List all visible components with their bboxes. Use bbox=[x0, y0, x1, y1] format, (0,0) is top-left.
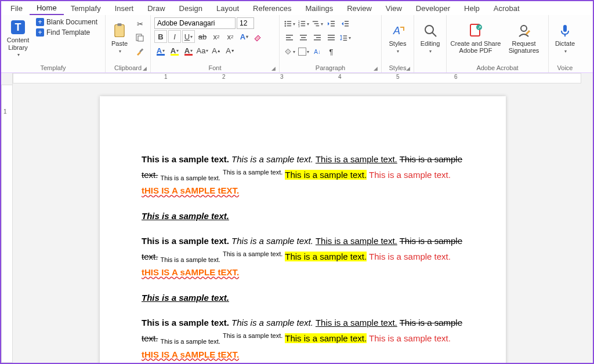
tab-view[interactable]: View bbox=[379, 2, 409, 14]
highlight-button[interactable]: A▾ bbox=[168, 44, 181, 57]
svg-rect-36 bbox=[301, 37, 306, 38]
tab-templafy[interactable]: Templafy bbox=[64, 2, 108, 14]
multilevel-list-button[interactable]: ▾ bbox=[311, 17, 324, 30]
tab-help[interactable]: Help bbox=[457, 2, 487, 14]
svg-rect-35 bbox=[300, 35, 307, 36]
tab-mailings[interactable]: Mailings bbox=[299, 2, 341, 14]
plus-icon: + bbox=[36, 28, 44, 37]
change-case-button[interactable]: Aa▾ bbox=[196, 44, 209, 57]
increase-indent-button[interactable] bbox=[339, 17, 352, 30]
grow-font-button[interactable]: A▲ bbox=[210, 44, 223, 57]
text-highlight: This is a sample text. bbox=[285, 170, 367, 180]
vertical-ruler[interactable]: 1 bbox=[1, 85, 13, 363]
bold-button[interactable]: B bbox=[154, 30, 167, 43]
strikethrough-button[interactable]: ab bbox=[196, 30, 209, 43]
text-red: This is a sample text. bbox=[369, 252, 451, 261]
text-underline: This is a sample text. bbox=[316, 154, 397, 164]
borders-button[interactable]: ▾ bbox=[297, 45, 310, 58]
clear-formatting-button[interactable] bbox=[252, 30, 265, 43]
find-template-button[interactable]: + Find Template bbox=[34, 28, 100, 37]
dialog-launcher-icon[interactable]: ◢ bbox=[406, 65, 410, 71]
svg-rect-37 bbox=[300, 39, 307, 41]
svg-point-11 bbox=[285, 21, 286, 22]
group-label-paragraph: Paragraph◢ bbox=[282, 63, 379, 72]
group-label-clipboard: Clipboard◢ bbox=[108, 63, 148, 72]
sort-button[interactable]: A↓ bbox=[311, 45, 324, 58]
workspace: 1 This is a sample text. This is a sampl… bbox=[1, 85, 593, 363]
font-color-button[interactable]: A▾ bbox=[182, 44, 195, 57]
templafy-t-icon: T bbox=[10, 19, 26, 35]
ribbon: T Content Library ▾ + Blank Document + F… bbox=[1, 15, 593, 73]
tab-review[interactable]: Review bbox=[340, 2, 379, 14]
document-page[interactable]: This is a sample text. This is a sample … bbox=[100, 96, 506, 363]
chevron-down-icon: ▾ bbox=[564, 49, 567, 54]
ruler-tick: 6 bbox=[454, 74, 458, 80]
superscript-button[interactable]: x2 bbox=[224, 30, 237, 43]
align-center-button[interactable] bbox=[297, 31, 310, 44]
styles-button[interactable]: A Styles ▾ bbox=[384, 16, 411, 60]
content-library-button[interactable]: T Content Library ▾ bbox=[3, 16, 32, 60]
editing-button[interactable]: Editing ▾ bbox=[416, 16, 444, 60]
tab-references[interactable]: References bbox=[246, 2, 298, 14]
text-superscript: This is a sample text. bbox=[223, 250, 282, 257]
dialog-launcher-icon[interactable]: ◢ bbox=[143, 65, 147, 71]
tab-home[interactable]: Home bbox=[30, 2, 64, 15]
svg-rect-18 bbox=[301, 21, 306, 21]
underline-button[interactable]: U▾ bbox=[182, 30, 195, 43]
tab-acrobat[interactable]: Acrobat bbox=[487, 2, 527, 14]
tab-layout[interactable]: Layout bbox=[209, 2, 246, 14]
font-color-a-button[interactable]: A▾ bbox=[154, 44, 167, 57]
dialog-launcher-icon[interactable]: ◢ bbox=[271, 65, 276, 71]
font-size-input[interactable] bbox=[237, 17, 254, 29]
text-bold: This is a sample text. bbox=[142, 154, 229, 164]
svg-rect-46 bbox=[343, 38, 347, 38]
eraser-icon bbox=[253, 32, 263, 41]
svg-rect-39 bbox=[316, 37, 321, 38]
copy-button[interactable] bbox=[133, 31, 146, 44]
tab-insert[interactable]: Insert bbox=[108, 2, 141, 14]
numbering-button[interactable]: 123▾ bbox=[297, 17, 310, 30]
svg-rect-23 bbox=[313, 21, 318, 21]
align-left-button[interactable] bbox=[283, 31, 296, 44]
shrink-font-button[interactable]: A▼ bbox=[224, 44, 237, 57]
svg-rect-30 bbox=[345, 23, 349, 24]
bullets-button[interactable]: ▾ bbox=[283, 17, 296, 30]
group-label-voice: Voice bbox=[551, 63, 579, 72]
request-signatures-button[interactable]: Request Signatures bbox=[504, 16, 544, 60]
svg-rect-40 bbox=[314, 39, 321, 41]
subscript-button[interactable]: x2 bbox=[210, 30, 223, 43]
cut-button[interactable]: ✂ bbox=[133, 17, 146, 30]
svg-rect-10 bbox=[139, 48, 143, 52]
tab-draw[interactable]: Draw bbox=[140, 2, 172, 14]
line-spacing-button[interactable]: ▾ bbox=[339, 31, 352, 44]
decrease-indent-button[interactable] bbox=[325, 17, 338, 30]
svg-point-13 bbox=[285, 23, 286, 24]
menu-bar: File Home Templafy Insert Draw Design La… bbox=[1, 1, 593, 15]
horizontal-ruler[interactable]: 1 2 3 4 5 6 bbox=[13, 73, 581, 83]
tab-file[interactable]: File bbox=[3, 2, 30, 14]
text-subscript: This is a sample text. bbox=[161, 333, 220, 343]
show-marks-button[interactable]: ¶ bbox=[325, 45, 338, 58]
blank-document-button[interactable]: + Blank Document bbox=[34, 17, 100, 27]
svg-rect-45 bbox=[343, 35, 347, 36]
italic-button[interactable]: I bbox=[168, 30, 181, 43]
align-right-button[interactable] bbox=[311, 31, 324, 44]
document-scroll[interactable]: This is a sample text. This is a sample … bbox=[13, 85, 593, 363]
svg-point-15 bbox=[285, 26, 286, 27]
font-name-input[interactable] bbox=[154, 17, 236, 29]
dictate-button[interactable]: Dictate ▾ bbox=[551, 16, 579, 60]
paste-button[interactable]: Paste ▾ bbox=[108, 16, 131, 60]
svg-rect-38 bbox=[314, 35, 321, 36]
tab-design[interactable]: Design bbox=[172, 2, 209, 14]
indent-icon bbox=[341, 19, 350, 28]
svg-text:+: + bbox=[38, 28, 42, 37]
svg-rect-14 bbox=[287, 23, 292, 24]
create-share-pdf-button[interactable]: ↗ Create and Share Adobe PDF bbox=[449, 16, 502, 60]
line-spacing-icon bbox=[339, 33, 348, 42]
shading-button[interactable]: ▾ bbox=[283, 45, 296, 58]
tab-developer[interactable]: Developer bbox=[409, 2, 457, 14]
format-painter-button[interactable] bbox=[133, 45, 146, 58]
text-effects-button[interactable]: A▾ bbox=[238, 30, 251, 43]
dialog-launcher-icon[interactable]: ◢ bbox=[374, 65, 378, 71]
justify-button[interactable] bbox=[325, 31, 338, 44]
